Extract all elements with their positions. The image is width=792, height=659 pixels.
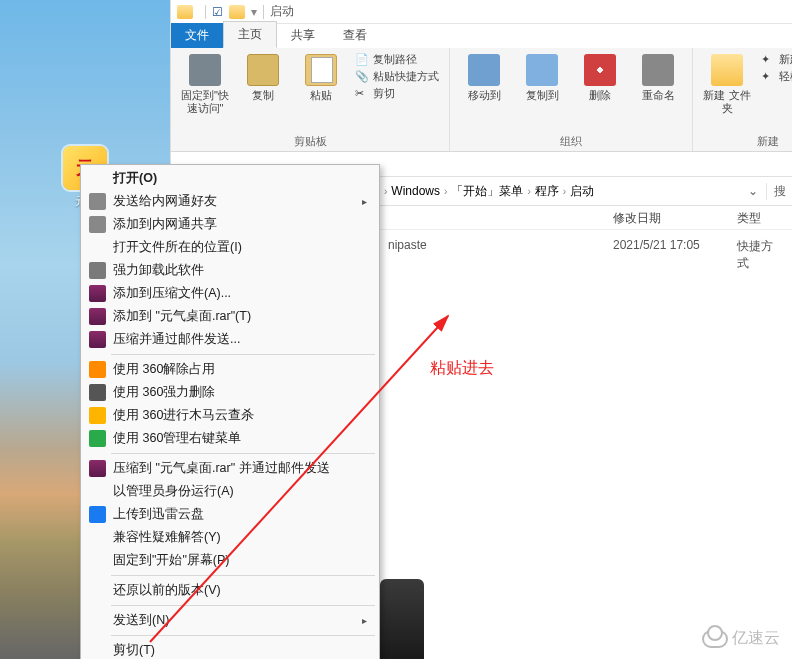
cut-button[interactable]: ✂剪切	[355, 86, 439, 101]
folder-icon[interactable]	[229, 5, 245, 19]
chevron-down-icon[interactable]: ⌄	[740, 184, 766, 198]
ctx-cut[interactable]: 剪切(T)	[83, 639, 377, 659]
window-title: 启动	[270, 3, 294, 20]
shortcut-icon: 📎	[355, 70, 369, 84]
rar-icon	[89, 331, 106, 348]
ctx-360-unlock[interactable]: 使用 360解除占用	[83, 358, 377, 381]
partial-object	[380, 579, 424, 659]
360-icon	[89, 361, 106, 378]
tab-file[interactable]: 文件	[171, 23, 223, 48]
breadcrumb-segment[interactable]: Windows	[391, 184, 440, 198]
newitem-icon: ✦	[761, 53, 775, 67]
copy-icon	[247, 54, 279, 86]
ctx-add-rar[interactable]: 添加到 "元气桌面.rar"(T)	[83, 305, 377, 328]
ribbon-group-clipboard: 固定到"快 速访问" 复制 粘贴 📄复制路径 📎粘贴快捷方式 ✂剪切 剪贴板	[171, 48, 450, 151]
uninstall-icon	[89, 262, 106, 279]
paste-shortcut-button[interactable]: 📎粘贴快捷方式	[355, 69, 439, 84]
ctx-sendto[interactable]: 发送到(N)▸	[83, 609, 377, 632]
ctx-compress-mail[interactable]: 压缩并通过邮件发送...	[83, 328, 377, 351]
360-icon	[89, 430, 106, 447]
context-menu: 打开(O) 发送给内网通好友▸ 添加到内网通共享 打开文件所在的位置(I) 强力…	[80, 164, 380, 659]
ctx-thunder-upload[interactable]: 上传到迅雷云盘	[83, 503, 377, 526]
separator	[111, 605, 375, 606]
qat-check-icon[interactable]: ☑	[212, 5, 223, 19]
rar-icon	[89, 285, 106, 302]
breadcrumb-segment[interactable]: 「开始」菜单	[451, 183, 523, 200]
col-type[interactable]: 类型	[729, 206, 792, 229]
folder-icon	[177, 5, 193, 19]
paste-button[interactable]: 粘贴	[297, 52, 345, 102]
ribbon-tabs: 文件 主页 共享 查看	[171, 24, 792, 48]
breadcrumb-segment[interactable]: 程序	[535, 183, 559, 200]
ribbon-group-new: 新建 文件夹 ✦新建项目 ▾ ✦轻松访问 ▾ 新建	[693, 48, 792, 151]
360-icon	[89, 384, 106, 401]
scissors-icon: ✂	[355, 87, 369, 101]
file-name: nipaste	[380, 236, 605, 258]
rar-icon	[89, 460, 106, 477]
ribbon-group-organize: 移动到 复制到 删除 重命名 组织	[450, 48, 693, 151]
share-icon	[89, 193, 106, 210]
ctx-open-location[interactable]: 打开文件所在的位置(I)	[83, 236, 377, 259]
chevron-right-icon: ▸	[362, 615, 367, 626]
new-item-button[interactable]: ✦新建项目 ▾	[761, 52, 792, 67]
ctx-pin-start[interactable]: 固定到"开始"屏幕(P)	[83, 549, 377, 572]
tab-home[interactable]: 主页	[223, 21, 277, 48]
ctx-share-wangtong[interactable]: 添加到内网通共享	[83, 213, 377, 236]
rename-button[interactable]: 重命名	[634, 52, 682, 102]
file-type: 快捷方式	[729, 236, 792, 258]
share-icon	[89, 216, 106, 233]
new-folder-button[interactable]: 新建 文件夹	[703, 52, 751, 115]
breadcrumb-segment[interactable]: 启动	[570, 183, 594, 200]
file-list-header: 修改日期 类型	[380, 206, 792, 230]
delete-icon	[584, 54, 616, 86]
copyto-button[interactable]: 复制到	[518, 52, 566, 102]
cloud-icon	[702, 630, 728, 648]
tab-share[interactable]: 共享	[277, 23, 329, 48]
ribbon: 固定到"快 速访问" 复制 粘贴 📄复制路径 📎粘贴快捷方式 ✂剪切 剪贴板 移…	[171, 48, 792, 152]
easyaccess-icon: ✦	[761, 70, 775, 84]
separator	[111, 635, 375, 636]
ctx-restore-versions[interactable]: 还原以前的版本(V)	[83, 579, 377, 602]
copy-path-button[interactable]: 📄复制路径	[355, 52, 439, 67]
separator	[111, 453, 375, 454]
delete-button[interactable]: 删除	[576, 52, 624, 102]
rename-icon	[642, 54, 674, 86]
rar-icon	[89, 308, 106, 325]
ctx-add-archive[interactable]: 添加到压缩文件(A)...	[83, 282, 377, 305]
separator	[111, 575, 375, 576]
explorer-window: ☑ ▾ 启动 文件 主页 共享 查看 固定到"快 速访问" 复制 粘贴 📄复制路…	[170, 0, 792, 190]
ctx-runas-admin[interactable]: 以管理员身份运行(A)	[83, 480, 377, 503]
easy-access-button[interactable]: ✦轻松访问 ▾	[761, 69, 792, 84]
ctx-compress-rar-mail[interactable]: 压缩到 "元气桌面.rar" 并通过邮件发送	[83, 457, 377, 480]
col-date[interactable]: 修改日期	[605, 206, 729, 229]
ctx-360-force-delete[interactable]: 使用 360强力删除	[83, 381, 377, 404]
chevron-right-icon[interactable]: ›	[380, 186, 391, 197]
chevron-right-icon[interactable]: ›	[440, 186, 451, 197]
paste-icon	[305, 54, 337, 86]
path-icon: 📄	[355, 53, 369, 67]
ctx-360-manage-menu[interactable]: 使用 360管理右键菜单	[83, 427, 377, 450]
group-title: 组织	[460, 132, 682, 149]
copy-button[interactable]: 复制	[239, 52, 287, 102]
pin-quickaccess-button[interactable]: 固定到"快 速访问"	[181, 52, 229, 115]
ctx-compat-troubleshoot[interactable]: 兼容性疑难解答(Y)	[83, 526, 377, 549]
tab-view[interactable]: 查看	[329, 23, 381, 48]
ctx-open[interactable]: 打开(O)	[83, 167, 377, 190]
annotation-label: 粘贴进去	[430, 358, 494, 379]
ctx-uninstall[interactable]: 强力卸载此软件	[83, 259, 377, 282]
chevron-right-icon[interactable]: ›	[559, 186, 570, 197]
moveto-button[interactable]: 移动到	[460, 52, 508, 102]
pin-icon	[189, 54, 221, 86]
newfolder-icon	[711, 54, 743, 86]
move-icon	[468, 54, 500, 86]
group-title: 新建	[703, 132, 792, 149]
chevron-right-icon: ▸	[362, 196, 367, 207]
chevron-right-icon[interactable]: ›	[523, 186, 534, 197]
ctx-360-trojan-scan[interactable]: 使用 360进行木马云查杀	[83, 404, 377, 427]
table-row[interactable]: nipaste 2021/5/21 17:05 快捷方式	[380, 236, 792, 258]
group-title: 剪贴板	[181, 132, 439, 149]
file-date: 2021/5/21 17:05	[605, 236, 729, 258]
360-icon	[89, 407, 106, 424]
ctx-send-wangtong[interactable]: 发送给内网通好友▸	[83, 190, 377, 213]
search-button[interactable]: 搜	[766, 183, 792, 200]
